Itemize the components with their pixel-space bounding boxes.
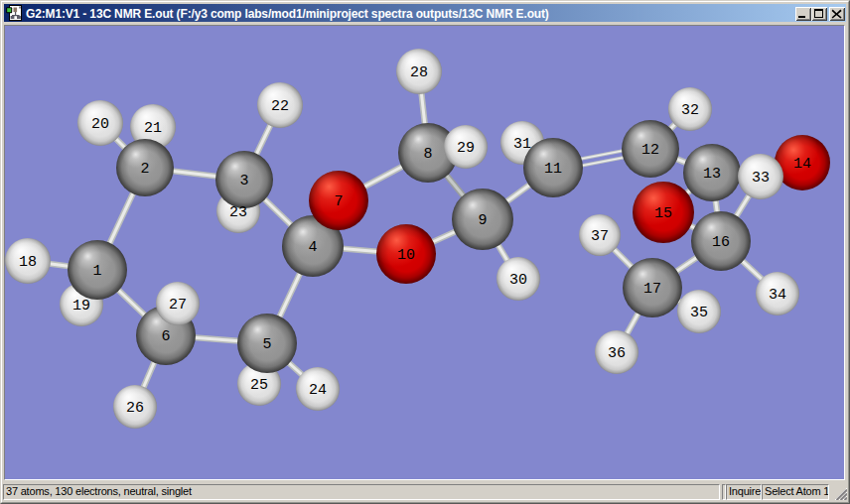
svg-text:37: 37 — [591, 228, 609, 245]
svg-text:26: 26 — [126, 400, 144, 417]
svg-text:9: 9 — [478, 212, 487, 229]
svg-text:18: 18 — [19, 254, 37, 271]
svg-text:16: 16 — [712, 234, 730, 251]
svg-text:1: 1 — [92, 263, 101, 280]
svg-text:31: 31 — [513, 136, 531, 153]
svg-text:29: 29 — [457, 140, 475, 157]
svg-text:15: 15 — [654, 205, 672, 222]
svg-text:21: 21 — [144, 120, 162, 137]
svg-text:6: 6 — [161, 328, 170, 345]
svg-text:2: 2 — [140, 161, 149, 178]
svg-text:14: 14 — [793, 156, 811, 173]
svg-text:30: 30 — [509, 272, 527, 289]
svg-text:24: 24 — [309, 382, 327, 399]
svg-text:10: 10 — [397, 247, 415, 264]
svg-text:32: 32 — [681, 102, 699, 119]
svg-text:27: 27 — [169, 297, 187, 314]
svg-text:3: 3 — [239, 173, 248, 189]
svg-text:35: 35 — [690, 305, 708, 321]
svg-text:19: 19 — [72, 298, 90, 315]
svg-text:7: 7 — [334, 193, 343, 210]
svg-text:11: 11 — [544, 161, 562, 178]
svg-text:22: 22 — [271, 98, 289, 115]
svg-text:34: 34 — [769, 287, 786, 304]
svg-text:20: 20 — [91, 116, 109, 133]
svg-text:12: 12 — [641, 142, 659, 159]
svg-text:5: 5 — [262, 336, 271, 353]
svg-text:25: 25 — [250, 377, 268, 394]
svg-text:8: 8 — [423, 146, 432, 163]
svg-text:28: 28 — [410, 64, 428, 81]
svg-text:23: 23 — [229, 204, 247, 221]
svg-text:4: 4 — [308, 239, 317, 256]
svg-text:33: 33 — [752, 170, 770, 187]
svg-text:36: 36 — [608, 345, 626, 362]
svg-text:17: 17 — [643, 281, 661, 298]
svg-text:13: 13 — [703, 166, 721, 183]
